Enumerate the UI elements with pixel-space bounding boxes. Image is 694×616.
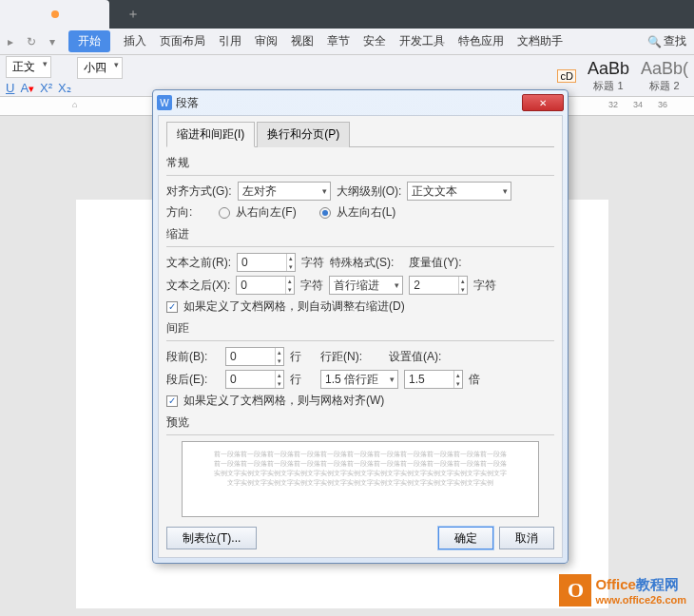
- linespacing-select[interactable]: 1.5 倍行距: [320, 370, 398, 389]
- preview-line: 文字实例文字实例文字实例文字实例文字实例文字实例文字实例文字实例文字实例文字实例: [198, 478, 523, 488]
- redo-icon[interactable]: ↻: [27, 35, 36, 48]
- ribbon-tab-developer[interactable]: 开发工具: [399, 33, 445, 49]
- special-amount-label: 度量值(Y):: [409, 255, 461, 271]
- indent-before-input[interactable]: 0: [237, 253, 296, 272]
- style-heading2[interactable]: AaBb( 标题 2: [641, 59, 688, 93]
- indent-after-label: 文本之后(X):: [166, 278, 230, 294]
- outline-label: 大纲级别(O):: [337, 183, 402, 200]
- ribbon-tab-helper[interactable]: 文档助手: [517, 33, 563, 49]
- special-indent-label: 特殊格式(S):: [330, 255, 394, 271]
- unit-char: 字符: [300, 278, 323, 294]
- style-label: 标题 2: [641, 79, 688, 93]
- close-button[interactable]: ✕: [522, 94, 564, 111]
- superscript-icon[interactable]: X²: [40, 81, 52, 95]
- ribbon-tab-review[interactable]: 审阅: [255, 33, 278, 49]
- tab-line-page-breaks[interactable]: 换行和分页(P): [257, 122, 350, 147]
- new-tab-button[interactable]: ＋: [126, 6, 140, 23]
- section-preview: 预览: [166, 414, 554, 431]
- font-size-select[interactable]: 小四: [77, 57, 123, 79]
- tab-indent-spacing[interactable]: 缩进和间距(I): [166, 122, 255, 147]
- setvalue-label: 设置值(A):: [389, 349, 441, 365]
- alignment-label: 对齐方式(G):: [166, 183, 232, 200]
- app-logo-icon: W: [157, 95, 172, 110]
- unit-line: 行: [290, 349, 301, 365]
- special-amount-input[interactable]: 2: [409, 276, 468, 295]
- space-after-input[interactable]: 0: [225, 370, 284, 389]
- style-heading1[interactable]: AaBb 标题 1: [588, 59, 629, 93]
- snap-to-grid-checkbox[interactable]: ✓: [166, 395, 178, 407]
- auto-adjust-indent-checkbox[interactable]: ✓: [166, 301, 178, 313]
- space-before-input[interactable]: 0: [225, 347, 284, 366]
- tabs-button[interactable]: 制表位(T)...: [166, 527, 257, 549]
- cancel-button[interactable]: 取消: [499, 527, 554, 549]
- ribbon-tab-insert[interactable]: 插入: [124, 33, 146, 49]
- preview-line: 前一段落前一段落前一段落前一段落前一段落前一段落前一段落前一段落前一段落前一段落…: [198, 459, 523, 469]
- auto-adjust-indent-label[interactable]: 如果定义了文档网格，则自动调整右缩进(D): [183, 298, 405, 315]
- section-general: 常规: [166, 155, 554, 171]
- ribbon-tab-featured[interactable]: 特色应用: [458, 33, 504, 49]
- dialog-title: 段落: [176, 95, 199, 111]
- direction-rtl-label[interactable]: 从右向左(F): [236, 204, 296, 221]
- style-label: 标题 1: [588, 79, 629, 93]
- ribbon-tab-pagelayout[interactable]: 页面布局: [160, 33, 205, 49]
- indent-after-input[interactable]: 0: [236, 276, 295, 295]
- unit-line: 行: [290, 372, 301, 388]
- document-tab[interactable]: [0, 0, 109, 29]
- direction-ltr-radio[interactable]: [319, 207, 331, 219]
- snap-to-grid-label[interactable]: 如果定义了文档网格，则与网格对齐(W): [183, 393, 384, 409]
- subscript-icon[interactable]: X₂: [58, 81, 71, 95]
- indent-before-label: 文本之前(R):: [166, 255, 231, 271]
- space-after-label: 段后(E):: [166, 372, 220, 388]
- ribbon-tab-view[interactable]: 视图: [291, 33, 314, 49]
- ribbon-tab-security[interactable]: 安全: [363, 33, 386, 49]
- unit-char: 字符: [301, 255, 324, 271]
- alignment-select[interactable]: 左对齐: [238, 182, 331, 201]
- preview-box: 前一段落前一段落前一段落前一段落前一段落前一段落前一段落前一段落前一段落前一段落…: [182, 441, 539, 517]
- ribbon-tab-start[interactable]: 开始: [68, 30, 110, 52]
- preview-line: 实例文字实例文字实例文字实例文字实例文字实例文字实例文字实例文字实例文字实例文字…: [198, 469, 523, 478]
- section-indent: 缩进: [166, 226, 554, 242]
- special-indent-select[interactable]: 首行缩进: [329, 276, 403, 295]
- watermark-url: www.office26.com: [595, 594, 686, 606]
- paragraph-dialog: W 段落 ✕ 缩进和间距(I) 换行和分页(P) 常规 对齐方式(G): 左对齐…: [152, 89, 569, 564]
- setvalue-input[interactable]: 1.5: [404, 370, 463, 389]
- ribbon-tab-section[interactable]: 章节: [327, 33, 350, 49]
- direction-ltr-label[interactable]: 从左向右(L): [337, 204, 396, 221]
- outline-select[interactable]: 正文文本: [407, 182, 511, 201]
- direction-rtl-radio[interactable]: [219, 207, 230, 219]
- style-select[interactable]: 正文: [6, 56, 51, 78]
- section-spacing: 间距: [166, 320, 554, 337]
- watermark-logo: O Office教程网 www.office26.com: [559, 574, 686, 606]
- dialog-tabs: 缩进和间距(I) 换行和分页(P): [166, 122, 554, 147]
- window-tabbar: ＋: [0, 0, 694, 29]
- ok-button[interactable]: 确定: [438, 527, 493, 549]
- dropdown-icon[interactable]: ▾: [49, 35, 55, 48]
- style-preview-text: AaBb(: [641, 59, 688, 79]
- prev-arrow-icon[interactable]: ▸: [8, 35, 13, 48]
- search-button[interactable]: 🔍 查找: [647, 33, 686, 49]
- dialog-titlebar[interactable]: W 段落 ✕: [153, 90, 568, 115]
- underline-icon[interactable]: U: [6, 81, 14, 95]
- ribbon-tab-references[interactable]: 引用: [219, 33, 241, 49]
- style-prefix[interactable]: cD: [557, 69, 575, 83]
- direction-label: 方向:: [166, 204, 192, 221]
- unsaved-dot-icon: [51, 10, 59, 18]
- space-before-label: 段前(B):: [166, 349, 220, 365]
- linespacing-label: 行距(N):: [320, 349, 362, 365]
- watermark-icon: O: [559, 574, 591, 606]
- unit-bei: 倍: [469, 372, 480, 388]
- unit-char: 字符: [473, 278, 496, 294]
- search-icon: 🔍: [647, 35, 662, 48]
- style-preview-text: AaBb: [588, 59, 629, 79]
- preview-line: 前一段落前一段落前一段落前一段落前一段落前一段落前一段落前一段落前一段落前一段落…: [198, 450, 523, 459]
- ribbon-menu: ▸ ↻ ▾ 开始 插入 页面布局 引用 审阅 视图 章节 安全 开发工具 特色应…: [0, 29, 694, 55]
- font-color-icon[interactable]: A▾: [20, 81, 34, 95]
- search-label: 查找: [664, 33, 686, 49]
